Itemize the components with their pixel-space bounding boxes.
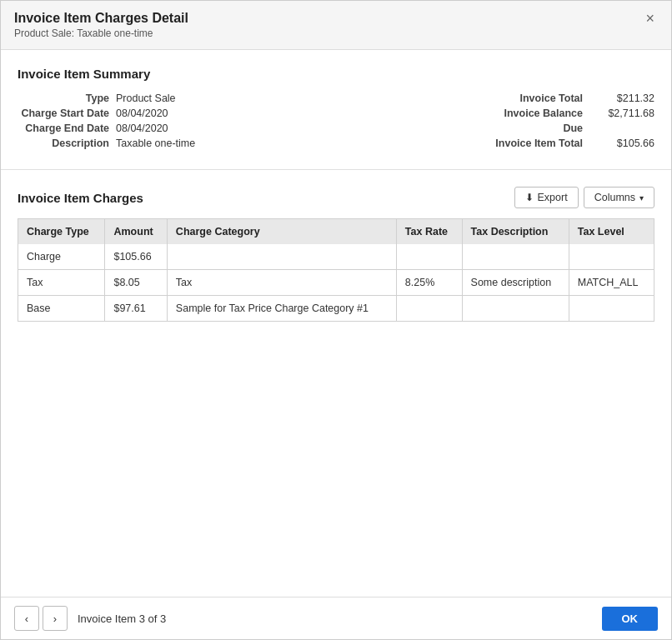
- nav-label: Invoice Item 3 of 3: [78, 612, 166, 625]
- summary-row-due: Due: [336, 122, 654, 134]
- summary-section: Invoice Item Summary Type Product Sale C…: [1, 50, 671, 170]
- table-header-row: Charge Type Amount Charge Category Tax R…: [18, 219, 654, 245]
- summary-left: Type Product Sale Charge Start Date 08/0…: [18, 92, 336, 149]
- ok-button[interactable]: OK: [602, 607, 659, 631]
- summary-row-invoice-balance: Invoice Balance $2,711.68: [336, 108, 654, 119]
- cell-tax-description-1: [462, 244, 569, 270]
- cell-tax-rate-1: [396, 244, 462, 270]
- close-button[interactable]: ×: [642, 11, 658, 26]
- col-header-charge-type: Charge Type: [18, 219, 105, 245]
- cell-amount-2: $8.05: [105, 270, 167, 296]
- cell-tax-rate-3: [396, 296, 462, 322]
- charges-table: Charge Type Amount Charge Category Tax R…: [18, 218, 654, 322]
- toolbar: ⬇ Export Columns ▾: [514, 187, 654, 208]
- columns-button[interactable]: Columns ▾: [584, 187, 654, 208]
- label-item-total: Invoice Item Total: [495, 138, 583, 149]
- value-charge-start: 08/04/2020: [116, 108, 168, 119]
- dialog-subtitle: Product Sale: Taxable one-time: [14, 28, 188, 39]
- label-due: Due: [563, 122, 583, 134]
- next-button[interactable]: ›: [43, 606, 68, 631]
- cell-amount-1: $105.66: [105, 244, 167, 270]
- value-invoice-balance: $2,711.68: [596, 108, 654, 119]
- prev-button[interactable]: ‹: [14, 606, 39, 631]
- columns-label: Columns: [594, 192, 635, 203]
- export-label: Export: [538, 192, 568, 203]
- label-charge-start: Charge Start Date: [18, 108, 109, 119]
- dialog-footer: ‹ › Invoice Item 3 of 3 OK: [1, 597, 671, 639]
- cell-tax-description-2: Some description: [462, 270, 569, 296]
- summary-right: Invoice Total $211.32 Invoice Balance $2…: [336, 92, 654, 149]
- summary-title: Invoice Item Summary: [18, 67, 654, 81]
- value-type: Product Sale: [116, 92, 176, 104]
- header-text: Invoice Item Charges Detail Product Sale…: [14, 11, 188, 39]
- cell-tax-level-3: [569, 296, 654, 322]
- table-row: Base $97.61 Sample for Tax Price Charge …: [18, 296, 654, 322]
- cell-charge-type-1: Charge: [18, 244, 105, 270]
- label-type: Type: [18, 92, 109, 104]
- col-header-tax-level: Tax Level: [569, 219, 654, 245]
- summary-row-description: Description Taxable one-time: [18, 138, 336, 149]
- cell-tax-level-1: [569, 244, 654, 270]
- col-header-tax-rate: Tax Rate: [396, 219, 462, 245]
- col-header-tax-description: Tax Description: [462, 219, 569, 245]
- cell-charge-category-1: [167, 244, 396, 270]
- charges-header: Invoice Item Charges ⬇ Export Columns ▾: [18, 187, 654, 208]
- cell-charge-type-2: Tax: [18, 270, 105, 296]
- export-button[interactable]: ⬇ Export: [514, 187, 579, 208]
- cell-tax-rate-2: 8.25%: [396, 270, 462, 296]
- charges-title: Invoice Item Charges: [18, 191, 143, 205]
- export-icon: ⬇: [525, 192, 534, 203]
- cell-charge-category-2: Tax: [167, 270, 396, 296]
- table-row: Charge $105.66: [18, 244, 654, 270]
- value-description: Taxable one-time: [116, 138, 195, 149]
- label-charge-end: Charge End Date: [18, 122, 109, 134]
- chevron-down-icon: ▾: [639, 193, 644, 202]
- cell-tax-level-2: MATCH_ALL: [569, 270, 654, 296]
- summary-row-charge-end: Charge End Date 08/04/2020: [18, 122, 336, 134]
- label-invoice-balance: Invoice Balance: [504, 108, 584, 119]
- cell-charge-type-3: Base: [18, 296, 105, 322]
- summary-row-invoice-total: Invoice Total $211.32: [336, 92, 654, 104]
- col-header-charge-category: Charge Category: [167, 219, 396, 245]
- value-item-total: $105.66: [596, 138, 654, 149]
- label-description: Description: [18, 138, 109, 149]
- label-invoice-total: Invoice Total: [520, 92, 583, 104]
- dialog-title: Invoice Item Charges Detail: [14, 11, 188, 26]
- cell-tax-description-3: [462, 296, 569, 322]
- dialog-content: Invoice Item Summary Type Product Sale C…: [1, 50, 671, 597]
- cell-charge-category-3: Sample for Tax Price Charge Category #1: [167, 296, 396, 322]
- charges-section: Invoice Item Charges ⬇ Export Columns ▾ …: [1, 170, 671, 338]
- cell-amount-3: $97.61: [105, 296, 167, 322]
- summary-row-charge-start: Charge Start Date 08/04/2020: [18, 108, 336, 119]
- value-invoice-total: $211.32: [596, 92, 654, 104]
- value-charge-end: 08/04/2020: [116, 122, 168, 134]
- summary-grid: Type Product Sale Charge Start Date 08/0…: [18, 92, 654, 149]
- summary-row-item-total: Invoice Item Total $105.66: [336, 138, 654, 149]
- col-header-amount: Amount: [105, 219, 167, 245]
- table-row: Tax $8.05 Tax 8.25% Some description MAT…: [18, 270, 654, 296]
- summary-row-type: Type Product Sale: [18, 92, 336, 104]
- dialog-header: Invoice Item Charges Detail Product Sale…: [1, 1, 671, 50]
